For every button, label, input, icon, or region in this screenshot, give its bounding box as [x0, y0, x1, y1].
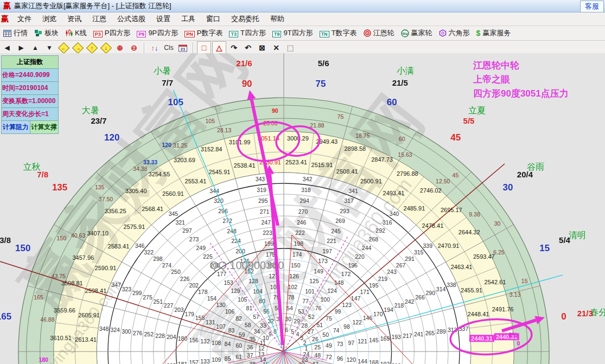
svg-text:221: 221 [327, 238, 336, 244]
menu-item-9[interactable]: 帮助 [265, 13, 290, 25]
svg-text:154: 154 [207, 295, 217, 302]
panel-title: 上证指数 [2, 56, 58, 69]
parameter-panel: 上证指数 价格=2440.9099时间=20190104变换系数=1.00000… [1, 55, 59, 134]
toolbar-P四方形-button[interactable]: P3P四方形 [90, 27, 134, 39]
toolbar-行情-button[interactable]: 行情 [0, 27, 31, 39]
svg-text:195: 195 [369, 282, 379, 289]
calendar-button[interactable]: 21 [176, 42, 189, 54]
rotate-cw-button[interactable]: ↷ [227, 42, 240, 54]
svg-text:15: 15 [521, 278, 528, 284]
main-toolbar: 行情板块K线P3P四方形P99P四方形PNP数字表T3T四方形T99T四方形TN… [0, 26, 605, 41]
menu-item-8[interactable]: 交易委托 [226, 13, 265, 25]
toolbar-9T四方形-button[interactable]: T99T四方形 [269, 27, 316, 39]
pan-up-button[interactable]: ↑ [85, 42, 98, 54]
svg-text:53: 53 [298, 308, 304, 315]
select-region-button[interactable]: ⬚ [284, 42, 297, 54]
calc-resistance-button[interactable]: 计算阻力 [2, 121, 30, 133]
toolbar-separator [193, 42, 194, 53]
svg-text:90: 90 [242, 79, 252, 89]
svg-text:21/5: 21/5 [392, 78, 408, 87]
svg-text:2553.41: 2553.41 [185, 178, 207, 184]
svg-text:217: 217 [403, 333, 412, 339]
rect-tool-button[interactable]: □ [197, 41, 211, 54]
svg-text:2598.41: 2598.41 [85, 288, 107, 294]
toolbar-六角形-button[interactable]: 六角形 [436, 27, 473, 39]
svg-text:228: 228 [155, 333, 165, 339]
clear-button[interactable]: Cls [162, 42, 175, 54]
svg-text:3305.40: 3305.40 [125, 188, 147, 194]
toolbar-P数字表-button[interactable]: PNP数字表 [181, 27, 226, 39]
center-view-button[interactable]: ✕ [270, 42, 283, 54]
rotate-ccw-button[interactable]: ↶ [241, 42, 254, 54]
svg-text:12.50: 12.50 [436, 178, 450, 184]
menu-item-4[interactable]: 公式选股 [112, 13, 151, 25]
svg-text:274: 274 [162, 262, 172, 269]
toolbar-T数字表-button[interactable]: TNT数字表 [316, 27, 360, 39]
svg-text:60: 60 [399, 136, 405, 142]
svg-text:2847.73: 2847.73 [371, 156, 393, 163]
svg-text:321: 321 [175, 219, 185, 226]
svg-text:173: 173 [318, 258, 328, 264]
menu-item-6[interactable]: 工具 [176, 13, 201, 25]
svg-text:21/3: 21/3 [577, 309, 593, 318]
axis-toggle-button[interactable]: ↑↓ [148, 42, 161, 54]
toolbar-T四方形-button[interactable]: T3T四方形 [226, 27, 269, 39]
svg-text:75: 75 [337, 113, 344, 120]
svg-text:130: 130 [216, 302, 226, 308]
nav-prev-button[interactable]: ◀ [1, 42, 14, 54]
fit-view-button[interactable]: ⊠ [256, 42, 269, 54]
zoom-in-button[interactable]: ⊕ [113, 42, 126, 54]
menu-item-0[interactable]: 文件 [12, 13, 37, 25]
svg-text:172: 172 [341, 271, 351, 277]
hex-icon [439, 29, 447, 37]
triangle-tool-button[interactable]: △ [212, 41, 226, 54]
toolbar-K线-button[interactable]: K线 [62, 27, 90, 39]
svg-text:2575.91: 2575.91 [124, 223, 145, 230]
svg-text:7/8: 7/8 [37, 170, 48, 179]
svg-text:205: 205 [167, 362, 176, 364]
svg-text:28: 28 [301, 322, 308, 329]
toolbar-板块-button[interactable]: 板块 [31, 27, 62, 39]
svg-text:107: 107 [216, 323, 226, 330]
badge-icon: PN [184, 29, 195, 37]
svg-text:3152.84: 3152.84 [201, 146, 222, 152]
svg-text:156: 156 [189, 337, 199, 343]
toolbar-江恩轮-button[interactable]: 江恩轮 [360, 27, 398, 39]
toolbar-赢家轮-button[interactable]: Big赢家轮 [398, 27, 436, 39]
svg-text:192: 192 [380, 361, 390, 364]
svg-text:90: 90 [272, 107, 278, 114]
menu-item-2[interactable]: 资讯 [62, 13, 87, 25]
menu-item-5[interactable]: 设置 [151, 13, 176, 25]
menu-item-7[interactable]: 窗口 [201, 13, 226, 25]
pan-left-button[interactable]: ← [57, 42, 70, 54]
svg-text:78: 78 [288, 294, 295, 301]
svg-text:2583.41: 2583.41 [108, 243, 130, 250]
badge-icon: T3 [229, 29, 238, 37]
svg-text:174: 174 [292, 251, 302, 258]
svg-text:241: 241 [414, 331, 424, 337]
svg-text:15: 15 [539, 243, 550, 253]
menu-item-1[interactable]: 浏览 [37, 13, 62, 25]
svg-text:319: 319 [257, 187, 266, 193]
toolbar-9P四方形-button[interactable]: P99P四方形 [133, 27, 181, 39]
svg-text:131: 131 [206, 319, 215, 325]
svg-text:9.38: 9.38 [469, 211, 480, 218]
svg-text:120: 120 [162, 142, 171, 148]
pan-down-button[interactable]: ↓ [99, 42, 112, 54]
menu-item-3[interactable]: 江恩 [87, 13, 112, 25]
zoom-out-button[interactable]: ⊖ [128, 42, 141, 54]
toolbar-赢家服务-button[interactable]: $赢家服务 [473, 27, 514, 39]
nav-down-button[interactable]: ▼ [43, 42, 56, 54]
svg-text:125: 125 [309, 278, 319, 284]
panel-field-0: 价格=2440.9099 [2, 69, 58, 82]
svg-text:104: 104 [253, 288, 263, 295]
nav-next-button[interactable]: ▶ [15, 42, 28, 54]
pan-right-button[interactable]: → [71, 42, 84, 54]
svg-text:320: 320 [214, 197, 224, 204]
svg-text:196: 196 [348, 262, 358, 269]
customer-support-button[interactable]: 客服 [580, 1, 604, 12]
svg-text:73: 73 [337, 341, 343, 347]
nav-up-button[interactable]: ▲ [29, 42, 42, 54]
calc-support-button[interactable]: 计算支撑 [30, 121, 59, 133]
badge-icon: T9 [272, 29, 282, 37]
